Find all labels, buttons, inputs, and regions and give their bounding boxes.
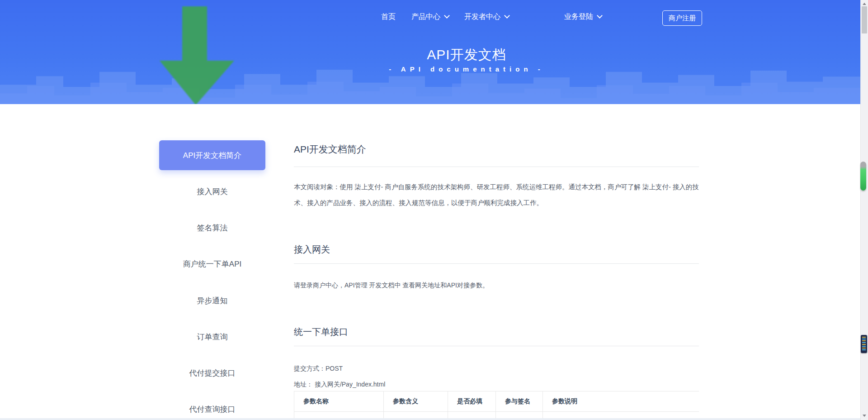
section-heading-intro: API开发文档简介 — [294, 143, 366, 156]
section-heading-unified-order: 统一下单接口 — [294, 326, 348, 338]
section-divider — [294, 167, 699, 167]
minimap-stripes — [862, 337, 866, 351]
scrollbar-down-arrow-icon[interactable] — [863, 415, 866, 417]
intro-paragraph: 本文阅读对象：使用 柒上支付- 商户自服务系统的技术架构师、研发工程师、系统运维… — [294, 179, 699, 211]
scrollbar-up-arrow-icon[interactable] — [863, 3, 866, 5]
column-header-param-meaning: 参数含义 — [384, 391, 448, 412]
section-heading-gateway: 接入网关 — [294, 243, 330, 256]
sidebar-item-signature-algorithm[interactable]: 签名算法 — [159, 223, 265, 234]
sidebar-item-payout-query[interactable]: 代付查询接口 — [159, 404, 265, 415]
scrollbar-thumb[interactable] — [862, 6, 867, 33]
submit-method-text: 提交方式：POST — [294, 363, 343, 373]
column-header-param-description: 参数说明 — [543, 391, 699, 412]
scroll-minimap-widget[interactable] — [861, 335, 867, 353]
sidebar-item-unified-order-api[interactable]: 商户统一下单API — [159, 259, 265, 270]
doc-content: API开发文档简介 本文阅读对象：使用 柒上支付- 商户自服务系统的技术架构师、… — [294, 0, 699, 420]
page: 首页 产品中心 开发者中心 业务登陆 商户注册 API开发文档 - API do… — [0, 0, 868, 420]
sidebar-item-gateway[interactable]: 接入网关 — [159, 186, 265, 197]
sidebar-item-api-doc-intro[interactable]: API开发文档简介 — [159, 140, 265, 170]
gateway-paragraph: 请登录商户中心，API管理 开发文档中 查看网关地址和API对接参数。 — [294, 280, 489, 290]
table-row — [294, 412, 699, 419]
scrollbar-track[interactable] — [860, 0, 868, 420]
section-divider — [294, 346, 699, 346]
column-header-required: 是否必填 — [448, 391, 496, 412]
viewport-bottom-edge — [0, 418, 860, 420]
section-divider — [294, 263, 699, 264]
sidebar-item-async-notify[interactable]: 异步通知 — [159, 296, 265, 306]
gateway-address-text: 地址： 接入网关/Pay_Index.html — [294, 379, 385, 389]
scroll-indicator-green[interactable] — [860, 162, 866, 191]
table-header-row: 参数名称 参数含义 是否必填 参与签名 参数说明 — [294, 391, 699, 412]
params-table: 参数名称 参数含义 是否必填 参与签名 参数说明 — [294, 391, 699, 418]
sidebar-item-order-query[interactable]: 订单查询 — [159, 332, 265, 343]
sidebar-item-payout-submit[interactable]: 代付提交接口 — [159, 368, 265, 379]
column-header-signed: 参与签名 — [496, 391, 543, 412]
green-down-arrow-graphic — [158, 4, 235, 104]
column-header-param-name: 参数名称 — [294, 391, 384, 412]
